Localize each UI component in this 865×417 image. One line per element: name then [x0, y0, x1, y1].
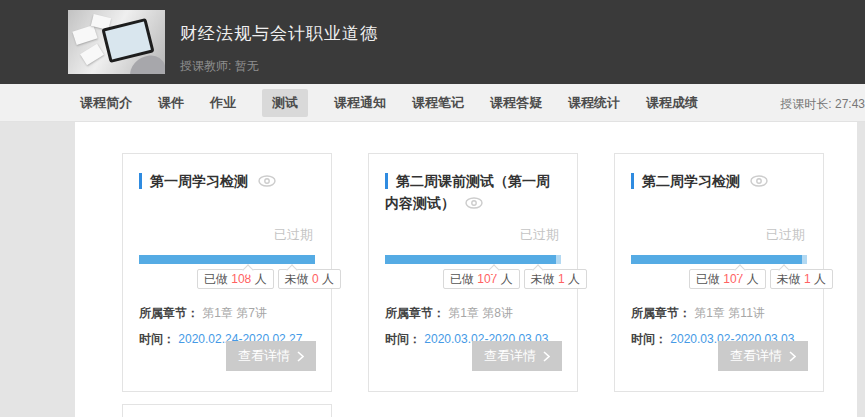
chapter-value: 第1章 第7讲 — [202, 306, 267, 320]
time-label: 时间： — [139, 332, 175, 346]
progress-bar — [631, 255, 807, 264]
status-expired: 已过期 — [631, 226, 807, 244]
test-title: 第二周学习检测 — [631, 173, 740, 189]
tab-tests[interactable]: 测试 — [262, 89, 308, 117]
chevron-right-icon — [297, 351, 304, 362]
tab-grades[interactable]: 课程成绩 — [646, 94, 698, 112]
view-details-button[interactable]: 查看详情 — [226, 341, 316, 371]
tab-notices[interactable]: 课程通知 — [334, 94, 386, 112]
chapter-label: 所属章节： — [385, 306, 445, 320]
undone-unit: 人 — [322, 272, 334, 286]
progress-bar — [385, 255, 561, 264]
view-details-label: 查看详情 — [730, 347, 782, 365]
done-count-tooltip: 已做 107 人 — [689, 269, 766, 289]
tab-course-intro[interactable]: 课程简介 — [80, 94, 132, 112]
undone-unit: 人 — [568, 272, 580, 286]
done-label: 已做 — [450, 272, 474, 286]
done-unit: 人 — [501, 272, 513, 286]
chapter-value: 第1章 第11讲 — [694, 306, 764, 320]
done-unit: 人 — [747, 272, 759, 286]
paper-shape — [72, 25, 97, 45]
undone-label: 未做 — [777, 272, 801, 286]
tooltip-row: 已做 108 人 未做 0 人 — [139, 269, 315, 291]
status-expired: 已过期 — [385, 226, 561, 244]
eye-icon[interactable] — [258, 171, 276, 192]
tab-statistics[interactable]: 课程统计 — [568, 94, 620, 112]
view-details-button[interactable]: 查看详情 — [472, 341, 562, 371]
done-count-tooltip: 已做 107 人 — [443, 269, 520, 289]
view-details-label: 查看详情 — [484, 347, 536, 365]
test-card: 第二周课前测试（第一周内容测试） 已过期 已做 107 人 未做 1 人 — [368, 153, 578, 392]
undone-count: 1 — [558, 272, 565, 286]
course-title: 财经法规与会计职业道德 — [180, 22, 378, 45]
test-title: 第一周学习检测 — [139, 173, 248, 189]
done-label: 已做 — [204, 272, 228, 286]
view-details-button[interactable]: 查看详情 — [718, 341, 808, 371]
course-header: 财经法规与会计职业道德 授课教师: 暂无 — [0, 0, 865, 84]
test-card: 第一周学习检测 已过期 已做 108 人 未做 0 人 所属章节： — [122, 153, 332, 392]
paper-shape — [80, 44, 104, 66]
chapter-value: 第1章 第8讲 — [448, 306, 513, 320]
eye-icon[interactable] — [465, 193, 483, 214]
tab-qa[interactable]: 课程答疑 — [490, 94, 542, 112]
test-card: 第二周学习检测 已过期 已做 107 人 未做 1 人 所属章节： — [614, 153, 824, 392]
tab-courseware[interactable]: 课件 — [158, 94, 184, 112]
undone-count: 0 — [312, 272, 319, 286]
undone-count-tooltip: 未做 0 人 — [278, 269, 341, 289]
progress-done — [385, 255, 556, 264]
chapter-label: 所属章节： — [631, 306, 691, 320]
course-thumbnail — [68, 10, 165, 74]
status-expired: 已过期 — [139, 226, 315, 244]
teaching-duration: 授课时长: 27:43 — [780, 96, 865, 113]
undone-unit: 人 — [814, 272, 826, 286]
eye-icon[interactable] — [750, 171, 768, 192]
undone-label: 未做 — [285, 272, 309, 286]
view-details-label: 查看详情 — [238, 347, 290, 365]
tab-notes[interactable]: 课程笔记 — [412, 94, 464, 112]
tests-panel: 第一周学习检测 已过期 已做 108 人 未做 0 人 所属章节： — [75, 122, 857, 417]
time-label: 时间： — [385, 332, 421, 346]
chevron-right-icon — [543, 351, 550, 362]
undone-count-tooltip: 未做 1 人 — [524, 269, 587, 289]
test-card-partial — [122, 404, 332, 417]
done-label: 已做 — [696, 272, 720, 286]
undone-label: 未做 — [531, 272, 555, 286]
chapter-label: 所属章节： — [139, 306, 199, 320]
undone-count-tooltip: 未做 1 人 — [770, 269, 833, 289]
tab-list: 课程简介 课件 作业 测试 课程通知 课程笔记 课程答疑 课程统计 课程成绩 — [0, 89, 698, 117]
time-label: 时间： — [631, 332, 667, 346]
tooltip-row: 已做 107 人 未做 1 人 — [385, 269, 561, 291]
done-unit: 人 — [255, 272, 267, 286]
done-count-tooltip: 已做 108 人 — [197, 269, 274, 289]
course-teacher: 授课教师: 暂无 — [180, 58, 378, 75]
progress-done — [139, 255, 315, 264]
tab-homework[interactable]: 作业 — [210, 94, 236, 112]
progress-bar — [139, 255, 315, 264]
tooltip-row: 已做 107 人 未做 1 人 — [631, 269, 807, 291]
chevron-right-icon — [789, 351, 796, 362]
progress-done — [631, 255, 802, 264]
undone-count: 1 — [804, 272, 811, 286]
course-nav: 课程简介 课件 作业 测试 课程通知 课程笔记 课程答疑 课程统计 课程成绩 授… — [0, 84, 865, 122]
